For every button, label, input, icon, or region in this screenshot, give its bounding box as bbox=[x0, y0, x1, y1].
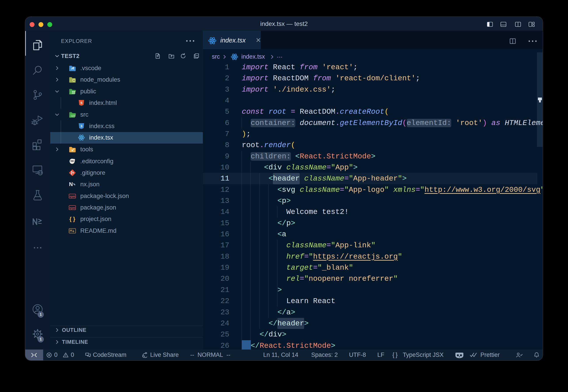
svg-text:5: 5 bbox=[81, 101, 82, 105]
svg-text:JS: JS bbox=[73, 79, 75, 81]
svg-text:npm: npm bbox=[69, 195, 75, 198]
svg-text:</>: </> bbox=[71, 115, 76, 117]
svg-text:3: 3 bbox=[81, 124, 82, 128]
svg-text:N: N bbox=[69, 181, 73, 187]
svg-text:npm: npm bbox=[69, 206, 75, 210]
svg-text:{ }: { } bbox=[69, 216, 75, 222]
